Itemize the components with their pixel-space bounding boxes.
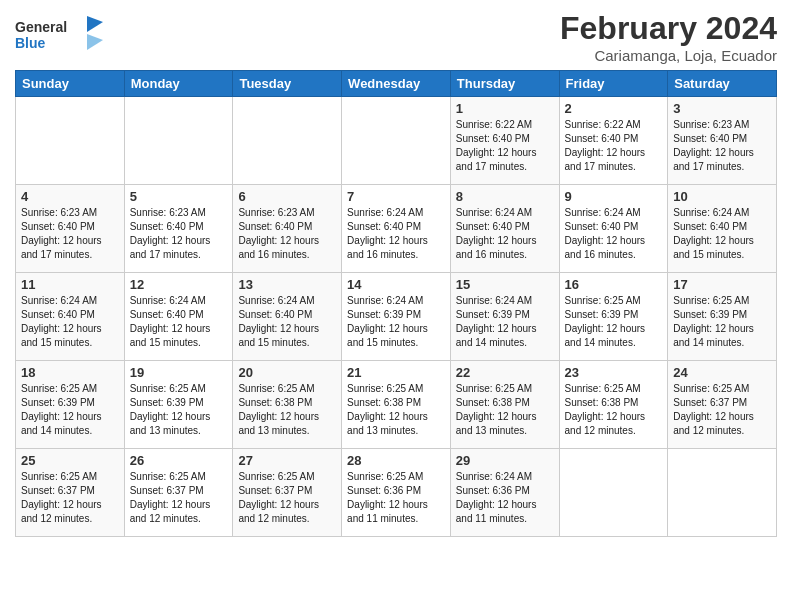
col-sunday: Sunday (16, 71, 125, 97)
calendar-header-row: Sunday Monday Tuesday Wednesday Thursday… (16, 71, 777, 97)
col-thursday: Thursday (450, 71, 559, 97)
calendar-cell: 15Sunrise: 6:24 AM Sunset: 6:39 PM Dayli… (450, 273, 559, 361)
col-saturday: Saturday (668, 71, 777, 97)
calendar-cell: 27Sunrise: 6:25 AM Sunset: 6:37 PM Dayli… (233, 449, 342, 537)
col-friday: Friday (559, 71, 668, 97)
day-number: 12 (130, 277, 228, 292)
calendar-week-row: 18Sunrise: 6:25 AM Sunset: 6:39 PM Dayli… (16, 361, 777, 449)
calendar-week-row: 11Sunrise: 6:24 AM Sunset: 6:40 PM Dayli… (16, 273, 777, 361)
col-tuesday: Tuesday (233, 71, 342, 97)
calendar-cell: 10Sunrise: 6:24 AM Sunset: 6:40 PM Dayli… (668, 185, 777, 273)
day-number: 21 (347, 365, 445, 380)
day-number: 23 (565, 365, 663, 380)
calendar-cell: 19Sunrise: 6:25 AM Sunset: 6:39 PM Dayli… (124, 361, 233, 449)
calendar-cell (124, 97, 233, 185)
col-monday: Monday (124, 71, 233, 97)
calendar-cell: 22Sunrise: 6:25 AM Sunset: 6:38 PM Dayli… (450, 361, 559, 449)
day-number: 13 (238, 277, 336, 292)
calendar-cell: 6Sunrise: 6:23 AM Sunset: 6:40 PM Daylig… (233, 185, 342, 273)
calendar-cell: 2Sunrise: 6:22 AM Sunset: 6:40 PM Daylig… (559, 97, 668, 185)
day-number: 3 (673, 101, 771, 116)
calendar-body: 1Sunrise: 6:22 AM Sunset: 6:40 PM Daylig… (16, 97, 777, 537)
day-info: Sunrise: 6:25 AM Sunset: 6:38 PM Dayligh… (238, 382, 336, 438)
day-number: 18 (21, 365, 119, 380)
calendar-cell (233, 97, 342, 185)
day-number: 26 (130, 453, 228, 468)
day-info: Sunrise: 6:24 AM Sunset: 6:36 PM Dayligh… (456, 470, 554, 526)
day-number: 6 (238, 189, 336, 204)
day-info: Sunrise: 6:25 AM Sunset: 6:39 PM Dayligh… (565, 294, 663, 350)
calendar-week-row: 4Sunrise: 6:23 AM Sunset: 6:40 PM Daylig… (16, 185, 777, 273)
calendar-cell: 21Sunrise: 6:25 AM Sunset: 6:38 PM Dayli… (342, 361, 451, 449)
day-info: Sunrise: 6:25 AM Sunset: 6:39 PM Dayligh… (21, 382, 119, 438)
calendar-cell: 5Sunrise: 6:23 AM Sunset: 6:40 PM Daylig… (124, 185, 233, 273)
calendar-cell: 28Sunrise: 6:25 AM Sunset: 6:36 PM Dayli… (342, 449, 451, 537)
svg-text:Blue: Blue (15, 35, 46, 51)
day-info: Sunrise: 6:25 AM Sunset: 6:38 PM Dayligh… (347, 382, 445, 438)
day-info: Sunrise: 6:25 AM Sunset: 6:39 PM Dayligh… (673, 294, 771, 350)
day-info: Sunrise: 6:23 AM Sunset: 6:40 PM Dayligh… (130, 206, 228, 262)
day-number: 27 (238, 453, 336, 468)
day-number: 19 (130, 365, 228, 380)
svg-marker-3 (87, 34, 103, 50)
logo-text: General Blue (15, 14, 105, 60)
calendar-week-row: 25Sunrise: 6:25 AM Sunset: 6:37 PM Dayli… (16, 449, 777, 537)
day-info: Sunrise: 6:25 AM Sunset: 6:37 PM Dayligh… (238, 470, 336, 526)
calendar-cell (559, 449, 668, 537)
day-number: 20 (238, 365, 336, 380)
day-info: Sunrise: 6:24 AM Sunset: 6:40 PM Dayligh… (565, 206, 663, 262)
calendar-cell: 1Sunrise: 6:22 AM Sunset: 6:40 PM Daylig… (450, 97, 559, 185)
calendar-container: General Blue February 2024 Cariamanga, L… (0, 0, 792, 612)
svg-marker-2 (87, 16, 103, 32)
calendar-cell: 20Sunrise: 6:25 AM Sunset: 6:38 PM Dayli… (233, 361, 342, 449)
calendar-cell: 16Sunrise: 6:25 AM Sunset: 6:39 PM Dayli… (559, 273, 668, 361)
day-info: Sunrise: 6:24 AM Sunset: 6:40 PM Dayligh… (347, 206, 445, 262)
day-number: 17 (673, 277, 771, 292)
calendar-table: Sunday Monday Tuesday Wednesday Thursday… (15, 70, 777, 537)
day-info: Sunrise: 6:22 AM Sunset: 6:40 PM Dayligh… (565, 118, 663, 174)
calendar-cell: 11Sunrise: 6:24 AM Sunset: 6:40 PM Dayli… (16, 273, 125, 361)
day-number: 4 (21, 189, 119, 204)
day-number: 1 (456, 101, 554, 116)
day-info: Sunrise: 6:25 AM Sunset: 6:37 PM Dayligh… (21, 470, 119, 526)
day-info: Sunrise: 6:24 AM Sunset: 6:40 PM Dayligh… (21, 294, 119, 350)
day-number: 24 (673, 365, 771, 380)
day-info: Sunrise: 6:24 AM Sunset: 6:39 PM Dayligh… (456, 294, 554, 350)
day-info: Sunrise: 6:24 AM Sunset: 6:40 PM Dayligh… (456, 206, 554, 262)
day-info: Sunrise: 6:22 AM Sunset: 6:40 PM Dayligh… (456, 118, 554, 174)
day-info: Sunrise: 6:23 AM Sunset: 6:40 PM Dayligh… (673, 118, 771, 174)
day-number: 15 (456, 277, 554, 292)
calendar-cell: 9Sunrise: 6:24 AM Sunset: 6:40 PM Daylig… (559, 185, 668, 273)
header: General Blue February 2024 Cariamanga, L… (15, 10, 777, 64)
col-wednesday: Wednesday (342, 71, 451, 97)
day-info: Sunrise: 6:25 AM Sunset: 6:38 PM Dayligh… (456, 382, 554, 438)
calendar-cell: 23Sunrise: 6:25 AM Sunset: 6:38 PM Dayli… (559, 361, 668, 449)
calendar-cell: 4Sunrise: 6:23 AM Sunset: 6:40 PM Daylig… (16, 185, 125, 273)
calendar-cell: 26Sunrise: 6:25 AM Sunset: 6:37 PM Dayli… (124, 449, 233, 537)
day-info: Sunrise: 6:25 AM Sunset: 6:37 PM Dayligh… (673, 382, 771, 438)
day-number: 22 (456, 365, 554, 380)
calendar-cell: 13Sunrise: 6:24 AM Sunset: 6:40 PM Dayli… (233, 273, 342, 361)
calendar-cell: 25Sunrise: 6:25 AM Sunset: 6:37 PM Dayli… (16, 449, 125, 537)
day-info: Sunrise: 6:24 AM Sunset: 6:40 PM Dayligh… (673, 206, 771, 262)
day-info: Sunrise: 6:24 AM Sunset: 6:39 PM Dayligh… (347, 294, 445, 350)
day-info: Sunrise: 6:24 AM Sunset: 6:40 PM Dayligh… (238, 294, 336, 350)
calendar-cell: 7Sunrise: 6:24 AM Sunset: 6:40 PM Daylig… (342, 185, 451, 273)
day-info: Sunrise: 6:25 AM Sunset: 6:39 PM Dayligh… (130, 382, 228, 438)
calendar-cell: 8Sunrise: 6:24 AM Sunset: 6:40 PM Daylig… (450, 185, 559, 273)
day-number: 16 (565, 277, 663, 292)
day-number: 2 (565, 101, 663, 116)
day-number: 29 (456, 453, 554, 468)
calendar-cell (668, 449, 777, 537)
day-info: Sunrise: 6:25 AM Sunset: 6:36 PM Dayligh… (347, 470, 445, 526)
day-number: 10 (673, 189, 771, 204)
day-number: 25 (21, 453, 119, 468)
day-info: Sunrise: 6:24 AM Sunset: 6:40 PM Dayligh… (130, 294, 228, 350)
day-info: Sunrise: 6:23 AM Sunset: 6:40 PM Dayligh… (238, 206, 336, 262)
day-number: 28 (347, 453, 445, 468)
day-number: 5 (130, 189, 228, 204)
calendar-cell: 12Sunrise: 6:24 AM Sunset: 6:40 PM Dayli… (124, 273, 233, 361)
calendar-cell: 29Sunrise: 6:24 AM Sunset: 6:36 PM Dayli… (450, 449, 559, 537)
day-info: Sunrise: 6:23 AM Sunset: 6:40 PM Dayligh… (21, 206, 119, 262)
calendar-cell: 17Sunrise: 6:25 AM Sunset: 6:39 PM Dayli… (668, 273, 777, 361)
